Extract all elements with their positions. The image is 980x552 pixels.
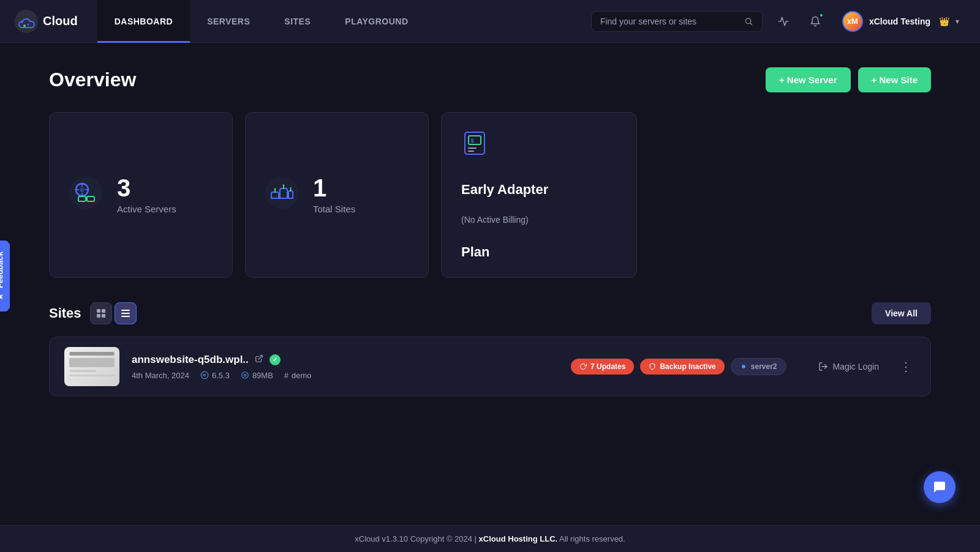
notification-icon-btn[interactable]: [804, 10, 826, 32]
svg-line-25: [258, 356, 262, 359]
header-right: xM xCloud Testing 👑 ▾: [591, 7, 965, 35]
grid-view-button[interactable]: [90, 302, 112, 324]
svg-rect-19: [102, 309, 105, 313]
action-buttons: + New Server + New Site: [766, 67, 931, 92]
site-active-indicator: [270, 354, 281, 365]
plan-title: Early Adapter: [461, 182, 548, 198]
crown-icon: 👑: [939, 17, 949, 26]
magic-login-icon: [818, 362, 828, 371]
badge-backup[interactable]: Backup Inactive: [640, 359, 724, 375]
list-view-button[interactable]: [115, 302, 137, 324]
sites-stat-info: 1 Total Sites: [313, 176, 355, 214]
chat-button[interactable]: [924, 471, 956, 503]
svg-rect-20: [97, 314, 100, 318]
nav-playground[interactable]: PLAYGROUND: [328, 0, 425, 43]
servers-stat-info: 3 Active Servers: [117, 176, 176, 214]
stat-card-plan: $ Early Adapter (No Active Billing) Plan: [441, 112, 637, 278]
server-badge-icon: [740, 363, 747, 370]
svg-point-30: [742, 365, 745, 368]
svg-text:$: $: [470, 138, 473, 144]
sites-title: Sites: [49, 305, 81, 321]
servers-count: 3: [117, 176, 176, 200]
activity-icon: [778, 16, 789, 27]
grid-icon: [97, 309, 105, 318]
nav-dashboard[interactable]: DASHBOARD: [97, 0, 190, 43]
footer-copyright: Copyright © 2024 |: [410, 534, 479, 543]
site-actions: Magic Login ⋮: [811, 356, 916, 378]
overview-title: Overview: [49, 69, 136, 91]
disk-icon: [241, 371, 249, 379]
svg-text:W: W: [202, 373, 206, 377]
svg-rect-18: [97, 309, 100, 313]
svg-point-28: [242, 372, 249, 379]
search-bar[interactable]: [591, 11, 763, 32]
view-all-button[interactable]: View All: [872, 302, 931, 324]
feedback-label: Feedback: [0, 252, 5, 288]
external-link-icon[interactable]: [255, 354, 263, 365]
sites-label: Total Sites: [313, 204, 355, 214]
svg-rect-24: [121, 316, 130, 317]
servers-label: Active Servers: [117, 204, 176, 214]
user-menu[interactable]: xM xCloud Testing 👑 ▾: [836, 7, 965, 35]
new-server-button[interactable]: + New Server: [766, 67, 851, 92]
user-name: xCloud Testing: [869, 17, 930, 26]
activity-icon-btn[interactable]: [772, 10, 794, 32]
svg-rect-23: [121, 313, 130, 314]
site-row: annswebsite-q5db.wpl.. 4th March, 2024: [49, 337, 931, 397]
svg-point-0: [15, 10, 38, 33]
footer: xCloud v1.3.10 Copyright © 2024 | xCloud…: [0, 525, 980, 552]
new-site-button[interactable]: + New Site: [858, 67, 931, 92]
logo-text: Cloud: [43, 14, 78, 28]
svg-point-8: [80, 187, 85, 192]
notification-badge: [819, 13, 824, 18]
svg-point-29: [244, 374, 246, 376]
feedback-icon: ★: [0, 293, 5, 300]
svg-point-2: [28, 23, 29, 25]
magic-login-button[interactable]: Magic Login: [811, 357, 887, 376]
site-date: 4th March, 2024: [132, 371, 189, 380]
sites-icon: [265, 176, 298, 214]
footer-app-name: xCloud: [355, 534, 379, 543]
site-name-row: annswebsite-q5db.wpl..: [132, 354, 546, 366]
stat-card-sites: 1 Total Sites: [245, 112, 429, 278]
sites-section: Sites: [49, 302, 931, 397]
plan-subtitle: (No Active Billing): [461, 215, 529, 225]
chevron-down-icon: ▾: [956, 17, 959, 26]
servers-icon: [69, 176, 102, 214]
badge-updates[interactable]: 7 Updates: [571, 359, 634, 375]
site-disk: 89MB: [241, 371, 273, 380]
bell-icon: [810, 16, 821, 27]
svg-point-4: [69, 176, 102, 209]
feedback-tab[interactable]: ★ Feedback: [0, 241, 10, 311]
site-name: annswebsite-q5db.wpl..: [132, 354, 249, 366]
search-icon: [744, 17, 753, 26]
badge-server[interactable]: server2: [731, 358, 786, 375]
site-meta: 4th March, 2024 W 6.5.3 89MB: [132, 371, 546, 380]
site-thumbnail: [64, 347, 119, 386]
wordpress-icon: W: [200, 371, 209, 379]
site-wp-version: W 6.5.3: [200, 371, 230, 380]
view-toggle: [90, 302, 137, 324]
nav-sites[interactable]: SITES: [267, 0, 328, 43]
logo-icon: [15, 10, 38, 33]
footer-version: v1.3.10: [382, 534, 408, 543]
overview-header: Overview + New Server + New Site: [49, 67, 931, 92]
footer-company-link[interactable]: xCloud Hosting LLC.: [479, 534, 558, 543]
avatar: xM: [842, 11, 863, 32]
list-icon: [121, 309, 130, 318]
search-input[interactable]: [600, 17, 739, 26]
chat-icon: [932, 480, 947, 494]
sites-title-area: Sites: [49, 302, 137, 324]
nav-servers[interactable]: SERVERS: [190, 0, 267, 43]
svg-rect-22: [121, 310, 130, 311]
sites-header: Sites: [49, 302, 931, 324]
more-options-button[interactable]: ⋮: [896, 356, 916, 378]
main-nav: DASHBOARD SERVERS SITES PLAYGROUND: [97, 0, 591, 43]
logo[interactable]: Cloud: [15, 10, 78, 33]
hash-icon: #: [284, 371, 288, 380]
stat-cards: 3 Active Servers 1 Total Sites: [49, 112, 931, 278]
plan-label: Plan: [461, 244, 489, 260]
site-badges: 7 Updates Backup Inactive server2: [571, 358, 786, 375]
main-content: Overview + New Server + New Site 3 Ac: [0, 43, 980, 508]
svg-point-1: [23, 24, 26, 27]
